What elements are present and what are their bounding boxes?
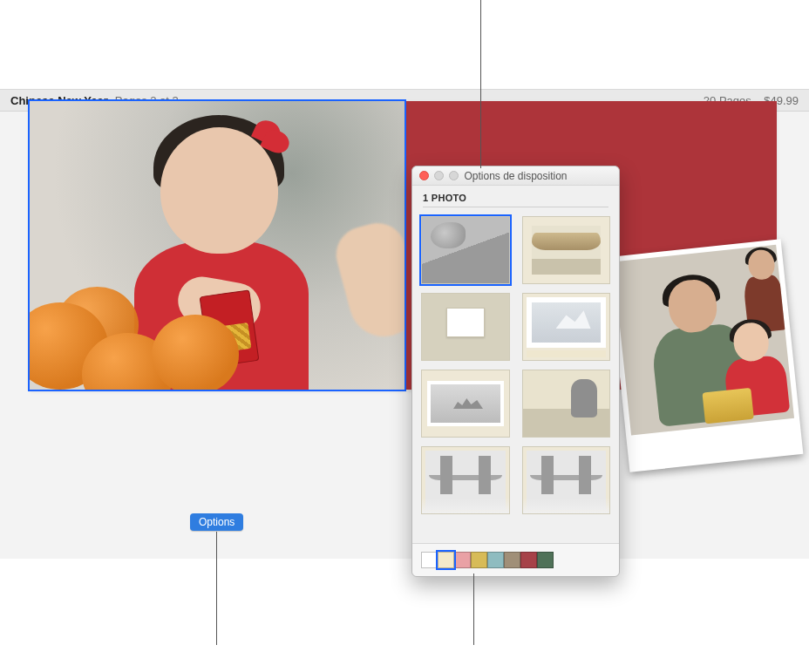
color-swatch-6[interactable] <box>520 552 537 568</box>
layout-thumb-6[interactable] <box>522 370 611 438</box>
background-color-row <box>412 543 619 576</box>
callout-line-left <box>216 532 217 645</box>
color-swatch-2[interactable] <box>454 552 471 568</box>
color-swatch-0[interactable] <box>421 552 438 568</box>
layout-thumb-4[interactable] <box>522 293 611 361</box>
page-left-selected[interactable] <box>30 101 404 390</box>
layout-thumb-3[interactable] <box>421 293 510 361</box>
color-swatch-1[interactable] <box>438 552 454 568</box>
window-zoom-icon <box>449 171 459 180</box>
page-options-button[interactable]: Options <box>190 513 243 531</box>
color-swatch-4[interactable] <box>487 552 504 568</box>
layout-thumbnail-grid <box>412 213 619 543</box>
window-minimize-icon <box>434 171 444 180</box>
window-close-icon[interactable] <box>419 171 429 180</box>
layout-thumb-2[interactable] <box>522 216 611 284</box>
color-swatch-3[interactable] <box>471 552 487 568</box>
panel-titlebar[interactable]: Options de disposition <box>412 166 619 186</box>
layout-section-label: 1 PHOTO <box>412 186 619 205</box>
layout-thumb-7[interactable] <box>421 446 510 514</box>
page-options-label: Options <box>199 516 235 528</box>
layout-options-panel: Options de disposition 1 PHOTO <box>411 166 620 577</box>
color-swatch-5[interactable] <box>504 552 520 568</box>
page-left-photo <box>30 101 404 390</box>
layout-thumb-8[interactable] <box>522 446 611 514</box>
callout-line-right <box>473 574 474 645</box>
callout-line-top <box>480 0 481 168</box>
layout-thumb-1[interactable] <box>421 216 510 284</box>
page-right-photo[interactable] <box>608 239 804 472</box>
color-swatch-7[interactable] <box>537 552 554 568</box>
layout-thumb-5[interactable] <box>421 370 510 438</box>
